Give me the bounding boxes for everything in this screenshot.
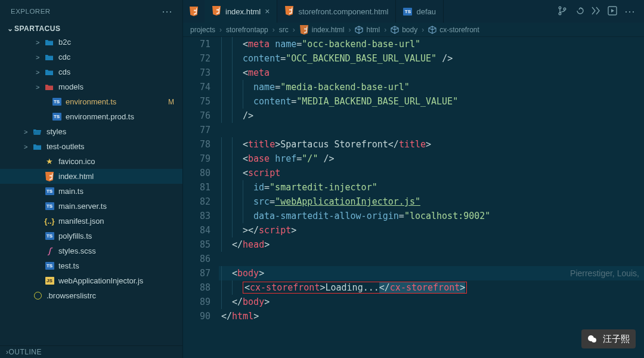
code-line[interactable]: <script: [219, 166, 644, 180]
breadcrumb-item[interactable]: src: [279, 26, 289, 34]
tree-item--browserslistrc[interactable]: .browserslistrc: [0, 288, 182, 303]
source-control-icon[interactable]: [558, 6, 567, 17]
tree-item-environment-ts[interactable]: TSenvironment.tsM: [0, 94, 182, 109]
tree-item-cdc[interactable]: >cdc: [0, 50, 182, 64]
breadcrumb-separator: ›: [422, 26, 424, 34]
tree-item-favicon-ico[interactable]: ★favicon.ico: [0, 154, 182, 169]
code-line[interactable]: content="OCC_BACKEND_BASE_URL_VALUE" />: [219, 51, 644, 66]
tree-item-label: polyfills.ts: [58, 232, 92, 240]
folder-icon: [44, 53, 55, 61]
sass-icon: ʃ: [44, 246, 55, 255]
watermark-badge: 汪子熙: [581, 329, 636, 348]
breadcrumb-item[interactable]: html: [355, 26, 380, 34]
project-section-header[interactable]: ⌄ SPARTACUS: [0, 23, 182, 35]
code-editor[interactable]: 7172737475767778798081828384858687888990…: [183, 37, 644, 358]
tree-item-label: cdc: [58, 53, 70, 61]
folder-red-icon: [44, 83, 55, 91]
html-icon: [212, 6, 221, 17]
ts-icon: TS: [51, 98, 62, 106]
tree-item-label: main.server.ts: [58, 202, 107, 211]
project-name: SPARTACUS: [14, 24, 60, 33]
code-line[interactable]: id="smartedit-injector": [219, 180, 644, 195]
tree-item-label: main.ts: [58, 187, 83, 196]
tree-item-label: styles: [47, 127, 66, 136]
code-line[interactable]: <base href="/" />: [219, 152, 644, 166]
code-line[interactable]: [219, 323, 644, 338]
code-line[interactable]: </body>: [219, 295, 644, 309]
breadcrumb-separator: ›: [293, 26, 295, 34]
tree-item-test-outlets[interactable]: >test-outlets: [0, 139, 182, 154]
chevron-icon: >: [36, 39, 44, 46]
tree-item-cds[interactable]: >cds: [0, 64, 182, 79]
explorer-title: EXPLORER: [11, 8, 51, 15]
ts-icon: TS: [51, 113, 62, 121]
code-line[interactable]: src="webApplicationInjector.js": [219, 195, 644, 209]
tab-actions: ⋯: [549, 0, 644, 23]
tree-item-label: models: [58, 82, 83, 91]
breadcrumb-item[interactable]: body: [391, 26, 417, 34]
breadcrumb-item[interactable]: cx-storefront: [428, 26, 479, 34]
code-line[interactable]: </html>: [219, 309, 644, 323]
breadcrumb-item[interactable]: index.html: [299, 25, 345, 35]
tree-item-test-ts[interactable]: TStest.ts: [0, 258, 182, 273]
tree-item-label: .browserslistrc: [47, 291, 96, 300]
code-line[interactable]: content="MEDIA_BACKEND_BASE_URL_VALUE": [219, 94, 644, 109]
ts-icon: TS: [403, 8, 412, 16]
tree-item-webapplicationinjector-js[interactable]: JSwebApplicationInjector.js: [0, 273, 182, 288]
tree-item-styles[interactable]: >styles: [0, 124, 182, 139]
chevron-down-icon: ⌄: [6, 24, 14, 33]
code-line[interactable]: data-smartedit-allow-origin="localhost:9…: [219, 209, 644, 223]
code-line[interactable]: <cx-storefront>Loading...</cx-storefront…: [219, 280, 644, 295]
more-actions-icon[interactable]: ⋯: [624, 5, 636, 18]
breadcrumb-separator: ›: [348, 26, 351, 34]
code-line[interactable]: />: [219, 109, 644, 123]
outline-section-header[interactable]: › OUTLINE: [0, 345, 182, 358]
pinned-tab[interactable]: [183, 0, 205, 23]
circle-icon: [32, 292, 43, 300]
tree-item-main-server-ts[interactable]: TSmain.server.ts: [0, 199, 182, 214]
tree-item-label: environment.ts: [66, 97, 116, 106]
code-content[interactable]: <meta name="occ-backend-base-url"content…: [219, 37, 644, 358]
tree-item-label: favicon.ico: [58, 157, 95, 166]
close-icon[interactable]: ×: [265, 7, 270, 16]
code-line[interactable]: ></script>: [219, 223, 644, 237]
code-line[interactable]: <meta: [219, 66, 644, 80]
folder-icon: [44, 38, 55, 47]
tree-item-models[interactable]: >models: [0, 79, 182, 94]
undo-icon[interactable]: [574, 6, 584, 17]
tree-item-environment-prod-ts[interactable]: TSenvironment.prod.ts: [0, 109, 182, 124]
code-line[interactable]: <meta name="occ-backend-base-url": [219, 37, 644, 51]
breadcrumb-item[interactable]: storefrontapp: [226, 26, 268, 34]
star-icon: ★: [44, 157, 55, 166]
diff-icon[interactable]: [591, 6, 600, 17]
tree-item-label: cds: [58, 67, 70, 76]
tree-item-main-ts[interactable]: TSmain.ts: [0, 184, 182, 199]
tab-storefront-component-html[interactable]: storefront.component.html: [277, 0, 396, 23]
tab-defau[interactable]: TSdefau: [396, 0, 444, 23]
tree-item-manifest-json[interactable]: {..}manifest.json: [0, 214, 182, 229]
git-blame-annotation: Pierrestiger, Louis,: [570, 266, 639, 280]
breadcrumb-separator: ›: [273, 26, 275, 34]
run-icon[interactable]: [608, 6, 617, 17]
code-line[interactable]: name="media-backend-base-url": [219, 80, 644, 94]
ts-icon: TS: [44, 262, 55, 270]
tree-item-styles-scss[interactable]: ʃstyles.scss: [0, 243, 182, 258]
tab-index-html[interactable]: index.html×: [205, 0, 277, 23]
breadcrumb-item[interactable]: projects: [190, 26, 215, 34]
file-tree: >b2c>cdc>cds>modelsTSenvironment.tsMTSen…: [0, 35, 182, 345]
explorer-sidebar: EXPLORER ⋯ ⌄ SPARTACUS >b2c>cdc>cds>mode…: [0, 0, 183, 358]
tree-item-label: webApplicationInjector.js: [58, 276, 143, 285]
code-line[interactable]: [219, 123, 644, 137]
chevron-icon: >: [36, 69, 44, 76]
code-line[interactable]: [219, 252, 644, 266]
tree-item-polyfills-ts[interactable]: TSpolyfills.ts: [0, 229, 182, 243]
tree-item-index-html[interactable]: index.html: [0, 169, 182, 184]
code-line[interactable]: <title>Spartacus Storefront</title>: [219, 137, 644, 152]
tree-item-label: manifest.json: [58, 217, 104, 226]
code-line[interactable]: </head>: [219, 237, 644, 252]
tree-item-label: environment.prod.ts: [66, 112, 134, 121]
ts-icon: TS: [44, 232, 55, 240]
tree-item-b2c[interactable]: >b2c: [0, 35, 182, 50]
more-icon[interactable]: ⋯: [162, 5, 173, 18]
breadcrumb[interactable]: projects›storefrontapp›src› index.html› …: [183, 23, 644, 37]
